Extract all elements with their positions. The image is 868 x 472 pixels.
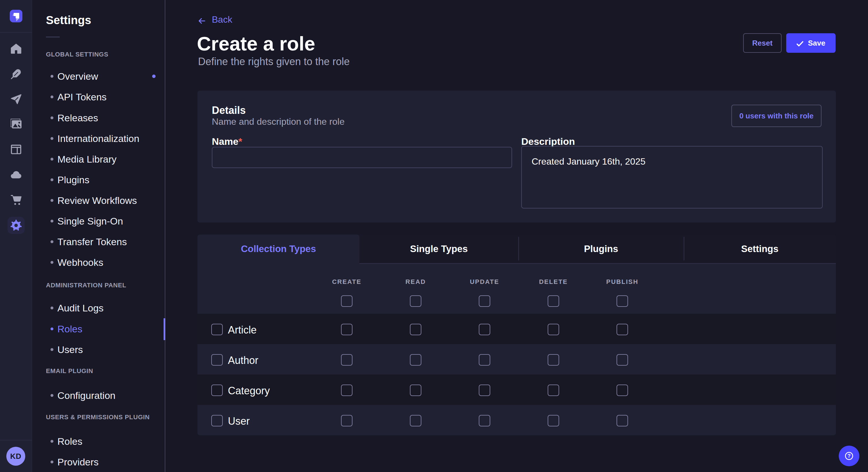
svg-text:?: ? — [848, 453, 851, 459]
